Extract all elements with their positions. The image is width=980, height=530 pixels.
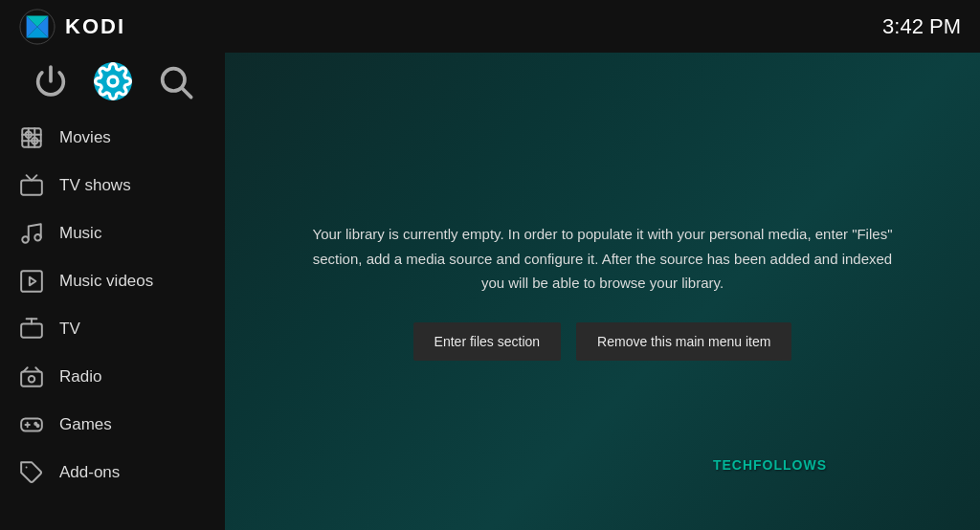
addons-icon — [19, 460, 44, 485]
kodi-logo: KODI — [19, 9, 125, 45]
sidebar-top-icons — [0, 53, 225, 110]
sidebar-item-tvshows[interactable]: TV shows — [0, 162, 225, 210]
power-button[interactable] — [32, 62, 70, 100]
sidebar-item-musicvideos[interactable]: Music videos — [0, 257, 225, 305]
svg-rect-20 — [21, 324, 42, 338]
app-title: KODI — [65, 14, 125, 39]
svg-rect-18 — [21, 271, 42, 292]
tv-icon — [19, 317, 44, 342]
music-icon — [19, 221, 44, 246]
settings-button[interactable] — [94, 62, 132, 100]
content-box: Your library is currently empty. In orde… — [268, 184, 938, 399]
sidebar-item-movies[interactable]: Movies — [0, 114, 225, 162]
games-icon — [19, 412, 44, 437]
sidebar-item-addons[interactable]: Add-ons — [0, 449, 225, 497]
clock: 3:42 PM — [882, 14, 961, 39]
tvshows-label: TV shows — [59, 176, 131, 195]
svg-line-7 — [182, 89, 190, 98]
addons-label: Add-ons — [59, 463, 120, 482]
svg-point-16 — [22, 236, 29, 243]
tvshows-icon — [19, 173, 44, 198]
watermark: TECHFOLLOWS — [713, 457, 827, 473]
games-label: Games — [59, 415, 112, 434]
svg-rect-10 — [22, 128, 41, 147]
sidebar-item-radio[interactable]: Radio — [0, 353, 225, 401]
radio-label: Radio — [59, 367, 101, 386]
musicvideos-icon — [19, 269, 44, 294]
movies-label: Movies — [59, 128, 111, 147]
sidebar: Movies TV shows — [0, 53, 225, 530]
content-buttons: Enter files section Remove this main men… — [306, 322, 900, 361]
sidebar-item-tv[interactable]: TV — [0, 305, 225, 353]
svg-rect-15 — [21, 181, 42, 195]
enter-files-section-button[interactable]: Enter files section — [413, 322, 562, 361]
svg-point-31 — [36, 425, 38, 427]
radio-icon — [19, 364, 44, 389]
main-layout: Movies TV shows — [0, 53, 980, 530]
tv-label: TV — [59, 320, 80, 339]
svg-marker-19 — [30, 277, 36, 286]
svg-point-24 — [29, 376, 35, 383]
movies-icon — [19, 125, 44, 150]
svg-point-17 — [34, 234, 41, 241]
svg-point-5 — [108, 77, 118, 86]
sidebar-item-music[interactable]: Music — [0, 210, 225, 257]
musicvideos-label: Music videos — [59, 272, 153, 291]
sidebar-item-games[interactable]: Games — [0, 401, 225, 449]
music-label: Music — [59, 224, 101, 243]
svg-rect-23 — [21, 372, 42, 386]
top-bar: KODI 3:42 PM — [0, 0, 980, 53]
kodi-logo-icon — [19, 9, 56, 45]
remove-main-menu-item-button[interactable]: Remove this main menu item — [576, 322, 791, 361]
sidebar-nav: Movies TV shows — [0, 110, 225, 530]
content-area: Your library is currently empty. In orde… — [225, 53, 980, 530]
search-button[interactable] — [156, 62, 194, 100]
empty-library-message: Your library is currently empty. In orde… — [306, 222, 900, 296]
